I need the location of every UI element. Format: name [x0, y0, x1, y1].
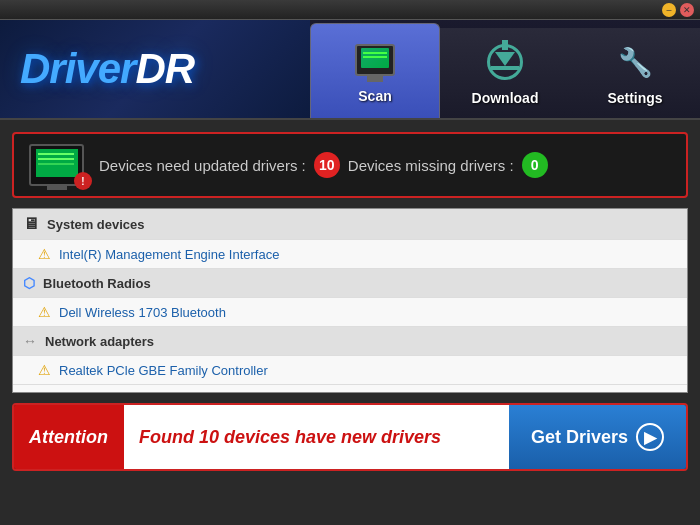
list-item[interactable]: ⬡ Bluetooth Radios [13, 269, 687, 298]
device-name: Realtek PCle GBE Family Controller [59, 363, 268, 378]
attention-label: Attention [14, 405, 124, 469]
list-item[interactable]: ↔ Network adapters [13, 327, 687, 356]
device-list-container[interactable]: 🖥 System devices ⚠ Intel(R) Management E… [12, 208, 688, 393]
device-list: 🖥 System devices ⚠ Intel(R) Management E… [13, 209, 687, 393]
scan-tab-label: Scan [358, 88, 391, 104]
tab-download[interactable]: Download [440, 28, 570, 118]
device-name: Dell Wireless 1703 Bluetooth [59, 305, 226, 320]
arrow-circle-icon: ▶ [636, 423, 664, 451]
list-item[interactable]: ⚠ Realtek PCle GBE Family Controller [13, 356, 687, 385]
settings-tab-icon: 🔧 [613, 40, 657, 84]
minimize-button[interactable]: – [662, 3, 676, 17]
download-tab-icon [483, 40, 527, 84]
list-item[interactable]: ⚠ Dell Wireless 1703 Bluetooth [13, 298, 687, 327]
device-name: Bluetooth Radios [43, 276, 151, 291]
warning-icon: ⚠ [38, 391, 51, 393]
status-icon-area: ! [29, 144, 84, 186]
close-button[interactable]: ✕ [680, 3, 694, 17]
warning-icon: ⚠ [38, 362, 51, 378]
status-text: Devices need updated drivers : 10 Device… [99, 152, 548, 178]
get-drivers-button[interactable]: Get Drivers ▶ [509, 405, 686, 469]
updated-count-badge: 10 [314, 152, 340, 178]
missing-label: Devices missing drivers : [348, 157, 514, 174]
found-text: Found 10 devices have new drivers [124, 405, 509, 469]
download-tab-label: Download [472, 90, 539, 106]
monitor-icon [355, 44, 395, 76]
list-item[interactable]: ⚠ Dell Wireless 1703 802.11b/g/n (2.4GHz… [13, 385, 687, 393]
status-bar: ! Devices need updated drivers : 10 Devi… [12, 132, 688, 198]
network-icon: ↔ [23, 333, 37, 349]
list-item[interactable]: 🖥 System devices [13, 209, 687, 240]
bottom-banner: Attention Found 10 devices have new driv… [12, 403, 688, 471]
tab-settings[interactable]: 🔧 Settings [570, 28, 700, 118]
warning-icon: ⚠ [38, 304, 51, 320]
tab-scan[interactable]: Scan [310, 23, 440, 118]
app-logo: DriverDR [20, 45, 194, 93]
system-icon: 🖥 [23, 215, 39, 233]
updated-label: Devices need updated drivers : [99, 157, 306, 174]
warning-icon: ⚠ [38, 246, 51, 262]
header: DriverDR Scan Download [0, 20, 700, 120]
logo-area: DriverDR [0, 20, 310, 118]
device-name: Dell Wireless 1703 802.11b/g/n (2.4GHz) [59, 392, 296, 394]
device-name: Network adapters [45, 334, 154, 349]
missing-count-badge: 0 [522, 152, 548, 178]
alert-badge: ! [74, 172, 92, 190]
device-name: System devices [47, 217, 145, 232]
wrench-icon: 🔧 [618, 46, 653, 79]
nav-tabs: Scan Download 🔧 Settings [310, 20, 700, 118]
bluetooth-icon: ⬡ [23, 275, 35, 291]
settings-tab-label: Settings [607, 90, 662, 106]
device-name: Intel(R) Management Engine Interface [59, 247, 279, 262]
title-bar: – ✕ [0, 0, 700, 20]
main-content: ! Devices need updated drivers : 10 Devi… [0, 120, 700, 525]
list-item[interactable]: ⚠ Intel(R) Management Engine Interface [13, 240, 687, 269]
scan-tab-icon [353, 38, 397, 82]
